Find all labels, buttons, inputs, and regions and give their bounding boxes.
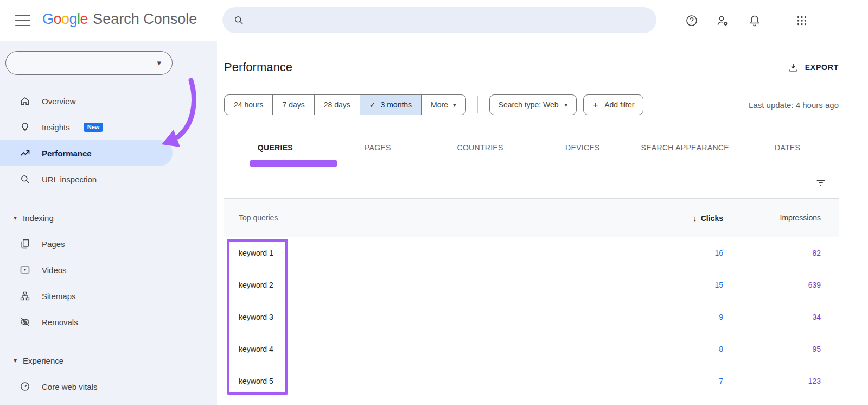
- sidebar-item-core-web-vitals[interactable]: Core web vitals: [0, 374, 173, 400]
- apps-grid-button[interactable]: [793, 11, 811, 30]
- new-badge: New: [84, 123, 104, 132]
- sidebar-item-label: URL inspection: [42, 175, 97, 184]
- impressions-cell: 95: [723, 345, 839, 353]
- clicks-cell: 9: [658, 313, 723, 321]
- user-settings-icon: [716, 14, 729, 27]
- sidebar-nav: Overview Insights New Performance URL in…: [0, 88, 173, 400]
- filter-list-icon: [815, 177, 827, 189]
- tab-queries[interactable]: QUERIES: [224, 143, 327, 152]
- range-7-days-button[interactable]: 7 days: [272, 95, 314, 115]
- tab-dates[interactable]: DATES: [736, 143, 839, 152]
- sidebar-item-videos[interactable]: Videos: [0, 257, 173, 283]
- caret-down-icon: ▾: [14, 214, 17, 222]
- table-row[interactable]: keyword 5 7 123: [224, 365, 839, 397]
- help-icon: [685, 14, 698, 27]
- hamburger-menu-button[interactable]: [15, 15, 30, 26]
- plus-icon: +: [592, 100, 598, 110]
- sidebar-item-label: Sitemaps: [42, 292, 76, 301]
- range-more-button[interactable]: More ▾: [421, 95, 465, 115]
- caret-down-icon: ▾: [453, 102, 456, 109]
- tab-search-appearance[interactable]: SEARCH APPEARANCE: [634, 143, 736, 152]
- bell-icon: [748, 14, 761, 27]
- sort-descending-icon: ↓: [693, 213, 697, 223]
- help-button[interactable]: [682, 11, 701, 30]
- table-row[interactable]: keyword 3 9 34: [224, 301, 839, 333]
- table-toolbar: [224, 167, 839, 199]
- export-button[interactable]: EXPORT: [788, 62, 839, 73]
- manage-users-button[interactable]: [713, 11, 732, 30]
- range-label: 3 months: [381, 100, 412, 109]
- impressions-cell: 34: [723, 313, 839, 321]
- sidebar-item-overview[interactable]: Overview: [0, 88, 173, 114]
- logo-letter: o: [61, 11, 69, 28]
- vertical-separator: [477, 96, 478, 113]
- sidebar-item-pages[interactable]: Pages: [0, 231, 173, 257]
- caret-down-icon: ▾: [14, 357, 17, 364]
- table-row[interactable]: keyword 4 8 95: [224, 333, 839, 365]
- clicks-cell: 8: [658, 345, 723, 353]
- sidebar-item-removals[interactable]: Removals: [0, 309, 173, 335]
- sidebar-item-performance[interactable]: Performance: [0, 140, 173, 166]
- page-title: Performance: [224, 60, 292, 74]
- range-28-days-button[interactable]: 28 days: [314, 95, 360, 115]
- query-cell: keyword 1: [224, 249, 658, 257]
- export-label: EXPORT: [805, 63, 839, 72]
- column-header-top-queries[interactable]: Top queries: [224, 213, 658, 222]
- column-header-impressions[interactable]: Impressions: [723, 213, 839, 222]
- sitemaps-icon: [20, 290, 30, 301]
- report-tabs: QUERIES PAGES COUNTRIES DEVICES SEARCH A…: [224, 128, 839, 167]
- impressions-cell: 123: [723, 377, 839, 385]
- table-body: keyword 1 16 82 keyword 2 15 639 keyword…: [224, 237, 839, 397]
- impressions-cell: 639: [723, 281, 839, 289]
- gauge-icon: [20, 381, 30, 392]
- clicks-cell: 16: [658, 249, 723, 257]
- pages-icon: [20, 238, 30, 249]
- query-cell: keyword 3: [224, 313, 658, 321]
- search-icon: [233, 15, 244, 26]
- video-icon: [20, 264, 30, 275]
- property-selector[interactable]: ▾: [5, 51, 173, 75]
- sidebar-divider: [9, 200, 118, 200]
- clicks-cell: 7: [658, 377, 723, 385]
- tab-countries[interactable]: COUNTRIES: [429, 143, 532, 152]
- sidebar-item-insights[interactable]: Insights New: [0, 114, 173, 140]
- logo-letter: g: [69, 11, 78, 28]
- top-bar: Google Search Console: [0, 0, 868, 41]
- sidebar-item-url-inspection[interactable]: URL inspection: [0, 166, 173, 192]
- notifications-button[interactable]: [745, 11, 764, 30]
- sidebar-item-label: Core web vitals: [42, 382, 98, 391]
- eye-off-icon: [20, 317, 30, 327]
- apps-grid-icon: [796, 15, 808, 27]
- table-filter-button[interactable]: [815, 177, 827, 189]
- search-type-filter[interactable]: Search type: Web ▾: [489, 94, 577, 115]
- logo-letter: e: [80, 11, 88, 28]
- tab-pages[interactable]: PAGES: [327, 143, 429, 152]
- range-label: 7 days: [282, 100, 304, 109]
- range-3-months-button[interactable]: ✓ 3 months: [360, 95, 421, 115]
- download-icon: [788, 62, 799, 73]
- table-row[interactable]: keyword 2 15 639: [224, 269, 839, 301]
- sidebar-item-label: Pages: [42, 239, 65, 249]
- search-input[interactable]: [252, 15, 646, 25]
- column-header-clicks[interactable]: ↓Clicks: [658, 213, 723, 223]
- logo-letter: o: [54, 11, 62, 28]
- clicks-cell: 15: [658, 281, 723, 289]
- last-update-text: Last update: 4 hours ago: [749, 100, 839, 110]
- tab-devices[interactable]: DEVICES: [531, 143, 634, 152]
- hamburger-icon: [15, 20, 30, 21]
- table-row[interactable]: keyword 1 16 82: [224, 237, 839, 269]
- sidebar-section-indexing[interactable]: ▾ Indexing: [0, 205, 173, 231]
- section-header-label: Experience: [23, 356, 63, 365]
- sidebar-item-label: Performance: [42, 149, 92, 158]
- range-24-hours-button[interactable]: 24 hours: [225, 95, 272, 115]
- section-header-label: Indexing: [23, 213, 54, 223]
- sidebar-item-sitemaps[interactable]: Sitemaps: [0, 283, 173, 309]
- add-filter-button[interactable]: + Add filter: [583, 94, 643, 115]
- sidebar-section-experience[interactable]: ▾ Experience: [0, 347, 173, 374]
- sidebar-item-label: Overview: [42, 97, 76, 106]
- sidebar-item-label: Removals: [42, 318, 78, 327]
- impressions-cell: 82: [723, 249, 839, 257]
- range-label: 28 days: [324, 100, 350, 109]
- sidebar: ▾ Overview Insights New Performance URL …: [0, 41, 217, 405]
- logo-suffix: Search Console: [93, 11, 197, 28]
